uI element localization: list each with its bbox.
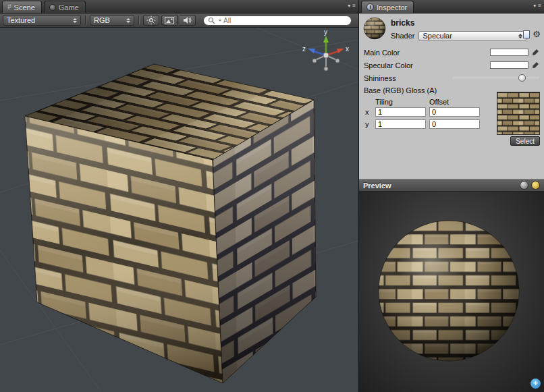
shader-row: Shader Specular bbox=[391, 30, 526, 41]
preview-header[interactable]: Preview bbox=[359, 179, 544, 192]
select-button-label: Select bbox=[516, 138, 535, 145]
scene-grid-icon: # bbox=[7, 3, 11, 11]
scene-tabbar: # Scene Game ▾ ≡ bbox=[0, 0, 358, 13]
specular-color-swatch[interactable] bbox=[490, 61, 528, 69]
tab-scene[interactable]: # Scene bbox=[2, 1, 42, 13]
material-name: bricks bbox=[391, 18, 414, 28]
scene-lighting-toggle[interactable] bbox=[143, 15, 159, 26]
preview-sphere-canvas[interactable] bbox=[359, 192, 544, 392]
scene-skybox-toggle[interactable] bbox=[161, 15, 178, 26]
unity-editor-window: # Scene Game ▾ ≡ Textured RGB bbox=[0, 0, 544, 392]
material-sphere-icon bbox=[363, 17, 386, 40]
gizmo-y-label: y bbox=[324, 28, 327, 36]
inspector-pane: i Inspector ▾ ≡ bricks Shader Specular bbox=[358, 0, 544, 392]
toolbar-separator bbox=[85, 16, 86, 25]
game-icon bbox=[49, 4, 56, 11]
tab-inspector-label: Inspector bbox=[377, 3, 407, 11]
preview-add-icon[interactable]: + bbox=[531, 379, 541, 389]
draw-mode-value: Textured bbox=[7, 16, 70, 24]
gizmo-neg-y-cone[interactable] bbox=[324, 67, 328, 71]
search-icon bbox=[208, 17, 217, 24]
x-axis-label: x bbox=[365, 108, 375, 116]
preview-body[interactable]: + bbox=[359, 192, 544, 392]
shader-value: Specular bbox=[423, 32, 518, 40]
offset-y-input[interactable] bbox=[429, 119, 480, 129]
main-color-row: Main Color bbox=[359, 46, 544, 59]
slider-thumb[interactable] bbox=[518, 74, 526, 82]
main-color-eyedropper-icon[interactable] bbox=[531, 49, 539, 57]
render-mode-value: RGB bbox=[94, 16, 123, 24]
toolbar-separator bbox=[138, 16, 139, 25]
specular-color-label: Specular Color bbox=[364, 61, 490, 69]
panel-menu-lines-icon: ≡ bbox=[352, 3, 356, 9]
slider-track[interactable] bbox=[453, 78, 539, 78]
main-color-label: Main Color bbox=[364, 49, 490, 57]
tiling-header: Tiling bbox=[375, 98, 429, 106]
image-icon bbox=[165, 17, 174, 24]
tab-scene-label: Scene bbox=[14, 3, 35, 11]
gear-icon[interactable]: ⚙ bbox=[533, 30, 541, 38]
dropdown-arrows-icon bbox=[73, 18, 77, 23]
render-mode-dropdown[interactable]: RGB bbox=[90, 15, 134, 26]
shininess-label: Shininess bbox=[364, 74, 453, 82]
specular-color-row: Specular Color bbox=[359, 59, 544, 72]
dropdown-arrows-icon bbox=[126, 18, 130, 23]
gizmo-neg-x-cone[interactable] bbox=[312, 59, 317, 63]
main-color-swatch[interactable] bbox=[490, 49, 528, 56]
speaker-icon bbox=[183, 16, 192, 24]
scene-search-input[interactable] bbox=[223, 17, 347, 24]
gizmo-neg-z-cone[interactable] bbox=[335, 59, 339, 63]
inspector-tabbar: i Inspector ▾ ≡ bbox=[359, 0, 544, 13]
dropdown-arrows-icon bbox=[518, 34, 522, 38]
tab-game[interactable]: Game bbox=[44, 1, 86, 13]
scene-toolbar: Textured RGB bbox=[0, 13, 358, 28]
inspector-info-icon: i bbox=[366, 3, 374, 11]
offset-header: Offset bbox=[429, 98, 483, 106]
tiling-y-input[interactable] bbox=[375, 119, 426, 129]
gizmo-z-label: z bbox=[302, 45, 306, 53]
scene-search-box[interactable] bbox=[203, 16, 352, 26]
inspector-body: bricks Shader Specular ⚙ Main Color bbox=[359, 13, 544, 179]
offset-x-input[interactable] bbox=[429, 107, 480, 117]
shininess-slider[interactable] bbox=[453, 74, 539, 82]
specular-color-eyedropper-icon[interactable] bbox=[531, 61, 539, 69]
help-book-icon[interactable] bbox=[523, 30, 530, 38]
scene-audio-toggle[interactable] bbox=[180, 15, 196, 26]
scene-viewport[interactable]: y x z bbox=[0, 28, 358, 392]
preview-sphere-toggle-icon[interactable] bbox=[520, 181, 528, 190]
material-header-icons: ⚙ bbox=[523, 30, 541, 38]
preview-title: Preview bbox=[363, 181, 391, 190]
panel-menu-arrow-icon: ▾ bbox=[533, 3, 536, 9]
shader-label: Shader bbox=[391, 32, 414, 40]
shininess-row: Shininess bbox=[359, 72, 544, 84]
inspector-panel-menu[interactable]: ▾ ≡ bbox=[533, 3, 541, 9]
preview-header-icons bbox=[520, 181, 540, 190]
texture-thumbnail[interactable] bbox=[497, 92, 540, 135]
panel-menu-lines-icon: ≡ bbox=[538, 3, 541, 9]
scene-pane: # Scene Game ▾ ≡ Textured RGB bbox=[0, 0, 358, 392]
gizmo-center[interactable] bbox=[323, 53, 329, 58]
scene-canvas[interactable]: y x z bbox=[0, 28, 358, 392]
scene-panel-menu[interactable]: ▾ ≡ bbox=[348, 3, 356, 9]
tab-game-label: Game bbox=[59, 3, 79, 11]
panel-menu-arrow-icon: ▾ bbox=[348, 3, 350, 9]
search-filter-arrow-icon bbox=[219, 20, 222, 21]
sun-icon bbox=[146, 16, 156, 25]
draw-mode-dropdown[interactable]: Textured bbox=[3, 15, 81, 26]
texture-select-button[interactable]: Select bbox=[510, 136, 540, 146]
preview-sphere-shading bbox=[379, 221, 519, 361]
tab-inspector[interactable]: i Inspector bbox=[361, 1, 414, 13]
preview-light-toggle-icon[interactable] bbox=[531, 181, 540, 190]
tiling-x-input[interactable] bbox=[375, 107, 426, 117]
y-axis-label: y bbox=[365, 120, 375, 128]
shader-dropdown[interactable]: Specular bbox=[418, 31, 526, 41]
gizmo-x-label: x bbox=[346, 45, 349, 53]
